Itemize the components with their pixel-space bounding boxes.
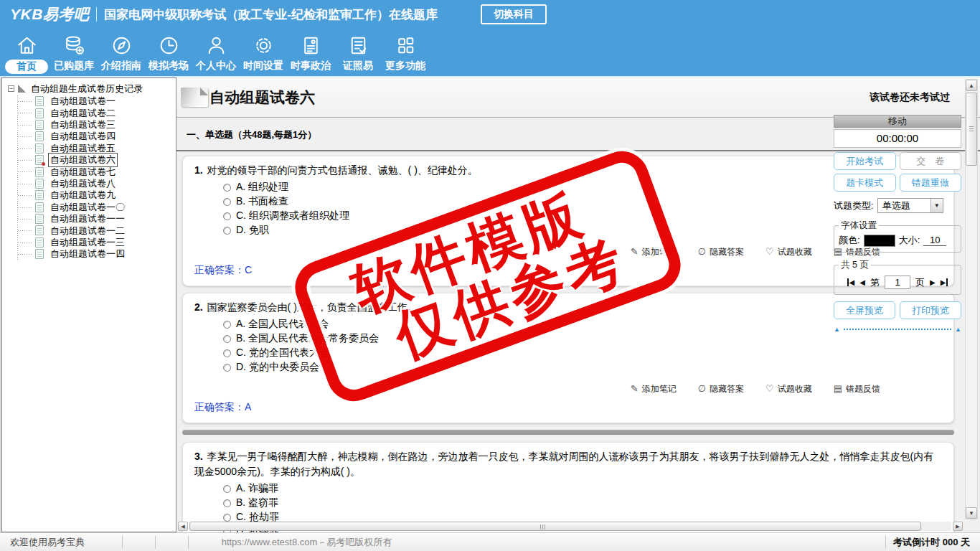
exam-timer: 00:00:00 xyxy=(834,129,961,148)
feedback-link[interactable]: ▤错题反馈 xyxy=(834,383,880,395)
panel-drag-handle[interactable]: 移动 xyxy=(834,115,961,128)
option-row[interactable]: A. 诈骗罪 xyxy=(223,481,942,496)
fullscreen-preview-button[interactable]: 全屏预览 xyxy=(834,301,895,319)
scroll-down-icon[interactable]: ▼ xyxy=(966,507,977,519)
document-icon xyxy=(35,120,44,130)
last-page-icon[interactable]: ▶ xyxy=(941,279,948,286)
toolbar-item-home[interactable]: 首页 xyxy=(3,32,50,74)
page-corner-icon xyxy=(181,88,208,107)
question-type-select[interactable]: 单选题 ▼ xyxy=(877,198,943,213)
question-card: 3. 李某见一男子喝得酩酊大醉，神志模糊，倒在路边，旁边放着一只皮包，李某就对周… xyxy=(182,442,954,532)
toolbar-item-profile[interactable]: 个人中心 xyxy=(192,32,240,72)
switch-subject-button[interactable]: 切换科目 xyxy=(481,4,547,24)
main-toolbar: 首页已购题库介绍指南模拟考场个人中心时间设置时事政治证照易更多功能 xyxy=(0,29,980,77)
font-settings-group: 字体设置 颜色: 大小: xyxy=(834,220,961,253)
correct-answer: 正确答案：C xyxy=(194,264,942,277)
radio-icon[interactable] xyxy=(223,485,231,493)
radio-icon[interactable] xyxy=(223,514,231,522)
triangle-up-icon: ▲ xyxy=(955,326,961,333)
home-icon xyxy=(15,32,39,58)
pencil-icon: ✎ xyxy=(631,383,639,394)
toolbar-item-label: 首页 xyxy=(5,60,48,74)
horizontal-scrollbar-thumb[interactable] xyxy=(189,522,921,531)
font-color-swatch[interactable] xyxy=(864,235,895,247)
tree-item[interactable]: 自动组题试卷一四 xyxy=(6,248,174,260)
document-icon xyxy=(35,190,44,200)
hide-answer-link[interactable]: ∅隐藏答案 xyxy=(698,246,744,258)
radio-icon[interactable] xyxy=(223,184,231,192)
next-page-icon[interactable]: ▶ xyxy=(930,279,936,286)
horizontal-scrollbar[interactable]: ◀ ▶ xyxy=(178,521,963,532)
favorite-link[interactable]: ♡试题收藏 xyxy=(765,383,812,395)
favorite-link[interactable]: ♡试题收藏 xyxy=(765,246,812,258)
dotted-line xyxy=(844,329,951,330)
scroll-left-icon[interactable]: ◀ xyxy=(178,522,188,531)
toolbar-item-label: 模拟考场 xyxy=(149,60,189,72)
chevron-down-icon[interactable]: ▼ xyxy=(930,199,943,212)
scroll-right-icon[interactable]: ▶ xyxy=(953,522,963,531)
question-number: 3. xyxy=(194,451,203,462)
radio-icon[interactable] xyxy=(223,198,231,206)
panel-collapse-handle[interactable]: ▲ ▲ xyxy=(834,326,961,333)
app-logo: YKB易考吧 xyxy=(10,4,89,24)
horizontal-scrollbar-track[interactable] xyxy=(189,522,951,531)
app-title: 国家电网中级职称考试（政工专业-纪检和监审工作）在线题库 xyxy=(104,6,438,23)
eye-off-icon: ∅ xyxy=(698,383,706,394)
toolbar-item-mock[interactable]: 模拟考场 xyxy=(145,32,192,72)
first-page-icon[interactable]: ◀ xyxy=(847,279,855,286)
hide-answer-link[interactable]: ∅隐藏答案 xyxy=(698,383,744,395)
toolbar-item-guide[interactable]: 介绍指南 xyxy=(98,32,145,72)
redo-wrong-button[interactable]: 错题重做 xyxy=(900,174,962,192)
question-type-row: 试题类型: 单选题 ▼ xyxy=(834,198,961,213)
question-number: 2. xyxy=(194,301,203,313)
option-row[interactable]: C. 党的全国代表大会 xyxy=(223,346,942,360)
question-actions: ✎添加笔记∅隐藏答案♡试题收藏▤错题反馈 xyxy=(194,383,880,395)
add-note-link[interactable]: ✎添加笔记 xyxy=(631,383,677,395)
toolbar-item-label: 时间设置 xyxy=(243,60,283,72)
page-number-input[interactable] xyxy=(885,276,910,289)
paper-tree-panel: − 自动组题生成试卷历史记录 自动组题试卷一自动组题试卷二自动组题试卷三自动组题… xyxy=(1,77,176,532)
radio-icon[interactable] xyxy=(223,212,231,220)
radio-icon[interactable] xyxy=(223,499,231,507)
scroll-up-icon[interactable]: ▲ xyxy=(966,80,977,91)
heart-icon: ♡ xyxy=(765,383,774,394)
exam-countdown: 考试倒计时 000 天 xyxy=(885,536,980,549)
checklist-icon xyxy=(347,32,370,58)
font-color-label: 颜色: xyxy=(839,234,860,247)
add-note-link[interactable]: ✎添加笔记 xyxy=(631,246,677,258)
font-size-input[interactable] xyxy=(923,235,946,246)
prev-page-icon[interactable]: ◀ xyxy=(859,279,865,286)
radio-icon[interactable] xyxy=(223,321,231,329)
radio-icon[interactable] xyxy=(223,349,231,357)
tree-root[interactable]: − 自动组题生成试卷历史记录 xyxy=(6,83,174,95)
panel-buttons: 开始考试 交 卷 题卡模式 错题重做 xyxy=(834,152,961,192)
answer-card-mode-button[interactable]: 题卡模式 xyxy=(834,174,896,192)
option-label: D. 免职 xyxy=(236,224,269,237)
toolbar-item-more[interactable]: 更多功能 xyxy=(382,32,429,72)
radio-icon[interactable] xyxy=(223,335,231,343)
option-row[interactable]: D. 党的中央委员会 xyxy=(223,360,942,375)
toolbar-item-bought[interactable]: 已购题库 xyxy=(50,32,98,72)
welcome-text: 欢迎使用易考宝典 xyxy=(0,536,122,549)
app-window: YKB易考吧 国家电网中级职称考试（政工专业-纪检和监审工作）在线题库 切换科目… xyxy=(0,0,980,551)
radio-icon[interactable] xyxy=(223,364,231,372)
exam-control-panel: 移动 00:00:00 开始考试 交 卷 题卡模式 错题重做 试题类型: 单选题… xyxy=(834,115,961,333)
document-icon xyxy=(35,131,44,141)
start-exam-button[interactable]: 开始考试 xyxy=(834,152,896,170)
toolbar-item-news[interactable]: 时事政治 xyxy=(287,32,334,72)
vertical-scrollbar[interactable]: ▲ ▼ xyxy=(965,79,978,519)
print-preview-button[interactable]: 打印预览 xyxy=(900,301,961,319)
option-label: A. 组织处理 xyxy=(236,181,288,194)
eye-off-icon: ∅ xyxy=(698,246,706,257)
option-row[interactable]: B. 全国人民代表大会常务委员会 xyxy=(223,331,942,346)
document-icon xyxy=(35,214,44,224)
vertical-scrollbar-thumb[interactable] xyxy=(966,93,977,166)
toolbar-item-time[interactable]: 时间设置 xyxy=(240,32,287,72)
submit-paper-button[interactable]: 交 卷 xyxy=(900,152,962,170)
toolbar-item-cert[interactable]: 证照易 xyxy=(334,32,382,72)
workspace: − 自动组题生成试卷历史记录 自动组题试卷一自动组题试卷二自动组题试卷三自动组题… xyxy=(0,77,980,532)
collapse-minus-icon[interactable]: − xyxy=(8,85,14,92)
question-type-label: 试题类型: xyxy=(834,199,874,212)
option-row[interactable]: B. 盗窃罪 xyxy=(223,496,942,510)
radio-icon[interactable] xyxy=(223,227,231,235)
